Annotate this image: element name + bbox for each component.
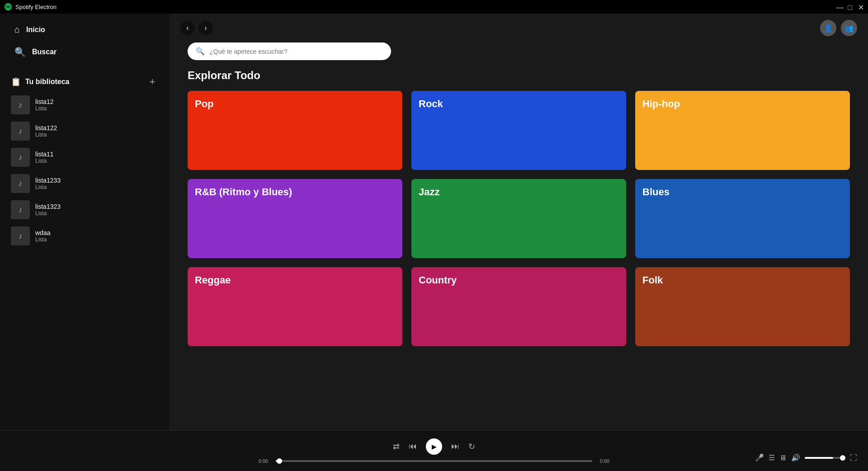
playlist-type: Lista [35,236,50,243]
search-area: 🔍 [170,42,868,65]
playlist-list: ♪ lista12 Lista ♪ lista122 Lista ♪ lista… [0,92,170,430]
titlebar-left: Spotify Electron [5,3,57,10]
playlist-name: lista11 [35,151,53,158]
user-avatar-button[interactable]: 👤 [820,20,836,36]
nav-arrows: ‹ › [180,21,213,35]
genre-card-folk[interactable]: Folk [635,267,850,346]
genre-card-rock[interactable]: Rock [411,91,626,170]
playlist-item[interactable]: ♪ wdaa Lista [0,223,170,249]
playlist-thumb: ♪ [11,122,30,141]
genre-label: Reggae [195,274,231,286]
playlist-item[interactable]: ♪ lista11 Lista [0,144,170,170]
genre-label: Blues [642,186,670,198]
prev-button[interactable]: ⏮ [409,442,417,451]
progress-row: 0:00 0:00 [11,458,857,464]
playlist-name: lista122 [35,124,57,132]
library-icon: 📋 [11,77,21,87]
app-body: ⌂ Inicio 🔍 Buscar 📋 Tu biblioteca + ♪ li… [0,14,868,430]
player-bar: ⇄ ⏮ ▶ ⏭ ↻ 0:00 0:00 🎤 ☰ 🖥 🔊 ⛶ [0,430,868,471]
sidebar-item-search[interactable]: 🔍 Buscar [4,41,166,63]
browse-title: Explorar Todo [188,69,850,82]
queue-button[interactable]: ☰ [769,453,775,462]
sidebar-nav: ⌂ Inicio 🔍 Buscar [0,14,170,68]
playlist-name: lista12 [35,98,53,105]
playlist-thumb: ♪ [11,226,30,245]
genre-label: Country [419,274,457,286]
volume-fill [805,457,833,459]
playlist-type: Lista [35,210,61,217]
library-title: 📋 Tu biblioteca [11,77,69,87]
playlist-type: Lista [35,105,53,112]
playlist-item[interactable]: ♪ lista1233 Lista [0,170,170,197]
genre-label: Rock [419,98,443,110]
app-title: Spotify Electron [15,4,57,10]
genre-grid: PopRockHip-hopR&B (Ritmo y Blues)JazzBlu… [188,91,850,346]
device-button[interactable]: 🖥 [779,454,787,462]
home-label: Inicio [26,26,45,34]
playlist-item[interactable]: ♪ lista122 Lista [0,118,170,144]
library-title-label: Tu biblioteca [25,78,69,86]
playlist-item[interactable]: ♪ lista1323 Lista [0,197,170,223]
playlist-name: lista1323 [35,203,61,210]
back-button[interactable]: ‹ [180,21,195,35]
genre-label: R&B (Ritmo y Blues) [195,186,292,198]
genre-label: Folk [642,274,663,286]
genre-label: Hip-hop [642,98,680,110]
progress-bar[interactable] [276,460,592,462]
player-right: 🎤 ☰ 🖥 🔊 ⛶ [755,453,857,462]
playlist-type: Lista [35,184,61,190]
top-bar-right: 👤 👥 [820,20,857,36]
friends-button[interactable]: 👥 [841,20,857,36]
total-time: 0:00 [597,458,613,464]
search-input[interactable] [209,48,383,55]
playlist-name: wdaa [35,229,50,236]
shuffle-button[interactable]: ⇄ [393,442,400,452]
home-icon: ⌂ [14,24,20,35]
playlist-info: wdaa Lista [35,229,50,243]
next-button[interactable]: ⏭ [451,442,459,451]
search-box[interactable]: 🔍 [188,42,391,60]
spotify-logo [5,3,12,10]
playlist-info: lista122 Lista [35,124,57,138]
top-bar: ‹ › 👤 👥 [170,14,868,42]
minimize-button[interactable]: — [836,4,842,9]
genre-card-reggae[interactable]: Reggae [188,267,402,346]
close-button[interactable]: ✕ [858,4,863,9]
playlist-thumb: ♪ [11,148,30,167]
genre-card-rnb[interactable]: R&B (Ritmo y Blues) [188,179,402,258]
search-nav-icon: 🔍 [14,47,26,57]
playlist-thumb: ♪ [11,200,30,219]
genre-card-hiphop[interactable]: Hip-hop [635,91,850,170]
forward-button[interactable]: › [198,21,213,35]
main-content: ‹ › 👤 👥 🔍 Explorar Todo PopRockHip-hopR&… [170,14,868,430]
sidebar: ⌂ Inicio 🔍 Buscar 📋 Tu biblioteca + ♪ li… [0,14,170,430]
genre-label: Pop [195,98,214,110]
genre-card-country[interactable]: Country [411,267,626,346]
search-label: Buscar [32,48,57,56]
volume-bar[interactable] [805,457,845,459]
playlist-type: Lista [35,158,53,164]
window-controls: — □ ✕ [836,4,863,9]
playlist-item[interactable]: ♪ lista12 Lista [0,92,170,118]
genre-label: Jazz [419,186,439,198]
genre-card-blues[interactable]: Blues [635,179,850,258]
expand-button[interactable]: ⛶ [850,454,857,462]
volume-button[interactable]: 🔊 [791,453,800,462]
genre-card-pop[interactable]: Pop [188,91,402,170]
add-playlist-button[interactable]: + [146,75,159,88]
player-controls: ⇄ ⏮ ▶ ⏭ ↻ [11,438,857,455]
sidebar-item-home[interactable]: ⌂ Inicio [4,19,166,40]
browse-section: Explorar Todo PopRockHip-hopR&B (Ritmo y… [170,65,868,430]
current-time: 0:00 [255,458,271,464]
genre-card-jazz[interactable]: Jazz [411,179,626,258]
playlist-name: lista1233 [35,177,61,184]
play-pause-button[interactable]: ▶ [426,438,442,455]
maximize-button[interactable]: □ [847,4,853,9]
titlebar: Spotify Electron — □ ✕ [0,0,868,14]
progress-dot [277,458,282,464]
volume-dot [840,455,845,461]
playlist-thumb: ♪ [11,95,30,114]
repeat-button[interactable]: ↻ [468,442,475,452]
microphone-button[interactable]: 🎤 [755,453,764,462]
playlist-info: lista1233 Lista [35,177,61,190]
